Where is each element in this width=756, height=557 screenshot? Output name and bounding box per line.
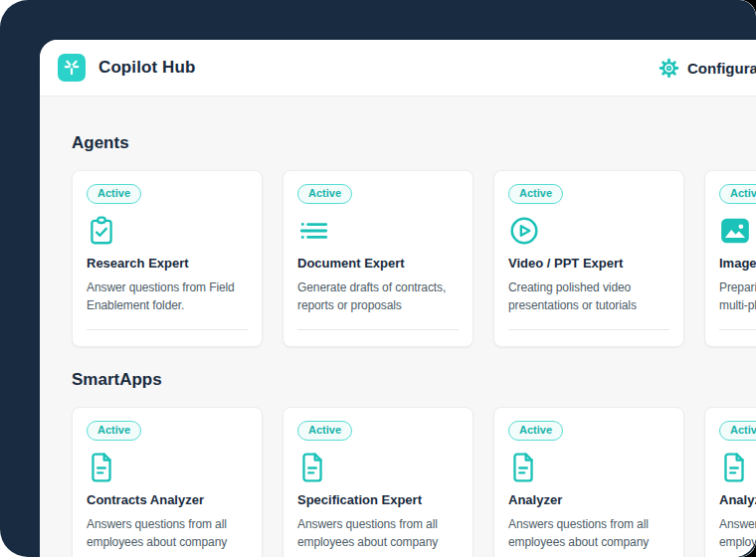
- smartapp-card-specification-expert[interactable]: Active Specification Expert Answers ques…: [283, 407, 473, 557]
- image-icon: [719, 215, 756, 247]
- spark-icon: [62, 58, 82, 78]
- card-description: Preparing multi-platform: [719, 278, 756, 314]
- card-divider: [87, 329, 248, 330]
- document-icon: [719, 452, 756, 483]
- card-title: Document Expert: [297, 256, 459, 271]
- card-description: Answers questions from all employees abo…: [297, 515, 459, 557]
- card-description: Answer questions from Field Enablement f…: [87, 278, 248, 314]
- app-header: Copilot Hub: [40, 40, 756, 96]
- agent-card-document-expert[interactable]: Active Document Expert Generate drafts o…: [283, 170, 473, 347]
- card-title: Image Expert: [719, 256, 756, 271]
- document-icon: [508, 452, 669, 483]
- card-title: Analyzer: [719, 492, 756, 507]
- smartapp-card-contracts-analyzer[interactable]: Active Contracts Analyzer Answers questi…: [72, 407, 263, 557]
- configuration-label: Configuration: [687, 60, 756, 77]
- content-area: Agents Active Research Expert Answer que…: [40, 96, 756, 557]
- clipboard-check-icon: [87, 215, 248, 247]
- card-divider: [508, 329, 669, 330]
- status-badge: Active: [719, 421, 756, 441]
- agent-card-video-ppt-expert[interactable]: Active Video / PPT Expert Creating polis…: [493, 170, 684, 347]
- smartapp-card-analyzer-2[interactable]: Active Analyzer Answers questions from a…: [704, 407, 756, 557]
- copilot-hub-window: Copilot Hub: [40, 40, 756, 557]
- card-divider: [719, 329, 756, 330]
- document-icon: [87, 452, 248, 483]
- agent-card-research-expert[interactable]: Active Research Expert Answer questions …: [72, 170, 263, 347]
- document-icon: [297, 452, 459, 483]
- card-title: Video / PPT Expert: [508, 256, 669, 271]
- card-description: Creating polished video presentations or…: [508, 278, 669, 314]
- status-badge: Active: [508, 184, 563, 204]
- card-title: Analyzer: [508, 492, 669, 507]
- smartapp-card-analyzer[interactable]: Active Analyzer Answers questions from a…: [493, 407, 684, 557]
- card-description: Answers questions from all employees abo…: [508, 515, 669, 557]
- section-heading-agents: Agents: [72, 132, 756, 154]
- status-badge: Active: [87, 184, 141, 204]
- card-divider: [297, 329, 459, 330]
- configuration-button[interactable]: Configuration: [659, 40, 756, 95]
- card-title: Research Expert: [87, 256, 248, 271]
- gear-icon: [659, 58, 679, 79]
- card-description: Answers questions from all employees abo…: [87, 515, 248, 557]
- section-heading-smartapps: SmartApps: [72, 369, 756, 391]
- status-badge: Active: [719, 184, 756, 204]
- status-badge: Active: [508, 421, 563, 441]
- status-badge: Active: [87, 421, 141, 441]
- list-icon: [297, 215, 459, 247]
- card-title: Contracts Analyzer: [87, 492, 248, 507]
- status-badge: Active: [297, 421, 352, 441]
- card-description: Generate drafts of contracts, reports or…: [297, 278, 459, 314]
- page-canvas: Copilot Hub: [0, 0, 756, 557]
- copilot-hub-logo: [58, 54, 86, 82]
- play-circle-icon: [508, 215, 669, 247]
- agents-card-row: Active Research Expert Answer questions …: [72, 170, 756, 347]
- card-title: Specification Expert: [297, 492, 459, 507]
- smartapps-card-row: Active Contracts Analyzer Answers questi…: [72, 407, 756, 557]
- page-title: Copilot Hub: [98, 58, 195, 78]
- status-badge: Active: [297, 184, 352, 204]
- agent-card-image-expert[interactable]: Active Image Expert Preparing multi-plat…: [704, 170, 756, 347]
